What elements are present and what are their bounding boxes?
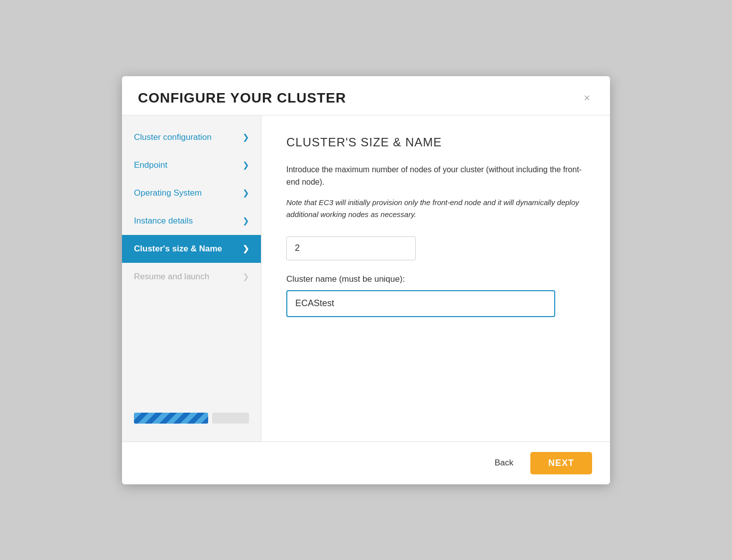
cluster-name-label: Cluster name (must be unique): (286, 274, 585, 284)
sidebar-nav: Cluster configuration ❯ Endpoint ❯ Opera… (122, 123, 261, 403)
sidebar-item-cluster-configuration[interactable]: Cluster configuration ❯ (122, 123, 261, 151)
sidebar-item-label: Cluster's size & Name (134, 244, 222, 254)
next-button[interactable]: NEXT (530, 452, 592, 474)
section-title: CLUSTER'S SIZE & NAME (286, 135, 585, 149)
sidebar-item-label: Cluster configuration (134, 132, 212, 142)
node-count-spinner[interactable]: ▲ ▼ (286, 236, 585, 260)
modal-header: CONFIGURE YOUR CLUSTER × (122, 76, 610, 115)
back-button[interactable]: Back (486, 453, 522, 473)
chevron-icon: ❯ (243, 132, 249, 142)
sidebar: Cluster configuration ❯ Endpoint ❯ Opera… (122, 115, 261, 442)
sidebar-item-resume-and-launch: Resume and launch ❯ (122, 263, 261, 291)
sidebar-item-operating-system[interactable]: Operating System ❯ (122, 179, 261, 207)
sidebar-footer (122, 403, 261, 434)
chevron-icon: ❯ (243, 188, 249, 198)
modal-body: Cluster configuration ❯ Endpoint ❯ Opera… (122, 115, 610, 442)
progress-track (212, 413, 249, 424)
spinner-input-container[interactable]: ▲ ▼ (286, 236, 416, 260)
chevron-icon: ❯ (243, 272, 249, 281)
sidebar-item-label: Instance details (134, 216, 193, 226)
chevron-icon: ❯ (243, 216, 249, 225)
chevron-icon: ❯ (243, 160, 249, 170)
configure-cluster-modal: CONFIGURE YOUR CLUSTER × Cluster configu… (122, 76, 610, 484)
sidebar-item-instance-details[interactable]: Instance details ❯ (122, 207, 261, 235)
close-button[interactable]: × (580, 91, 594, 106)
modal-title: CONFIGURE YOUR CLUSTER (138, 90, 346, 106)
main-content: CLUSTER'S SIZE & NAME Introduce the maxi… (261, 115, 610, 442)
note-text: Note that EC3 will initially provision o… (286, 197, 585, 221)
sidebar-item-label: Operating System (134, 188, 202, 198)
progress-bar-container (134, 413, 249, 424)
sidebar-item-endpoint[interactable]: Endpoint ❯ (122, 151, 261, 179)
progress-bar (134, 413, 208, 424)
sidebar-item-label: Endpoint (134, 160, 167, 170)
chevron-icon: ❯ (243, 244, 249, 253)
cluster-name-input[interactable] (286, 290, 555, 317)
sidebar-item-label: Resume and launch (134, 272, 209, 282)
sidebar-item-clusters-size-name[interactable]: Cluster's size & Name ❯ (122, 235, 261, 263)
modal-footer: Back NEXT (122, 442, 610, 484)
node-count-input[interactable] (287, 243, 416, 253)
description-text: Introduce the maximum number of nodes of… (286, 163, 585, 189)
